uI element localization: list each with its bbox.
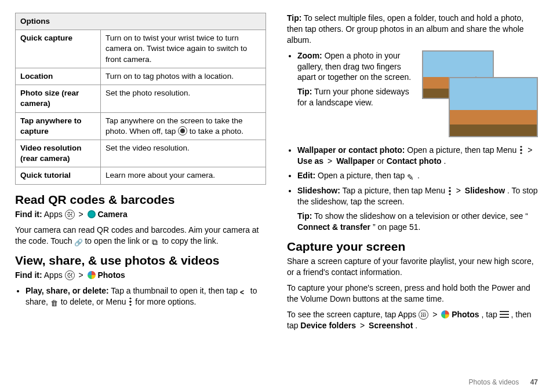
page-number: 47 bbox=[530, 378, 538, 386]
menu-path: Device folders bbox=[300, 321, 356, 330]
trash-icon bbox=[50, 298, 59, 306]
capture-p1: Share a screen capture of your favorite … bbox=[287, 256, 538, 278]
app-name: Camera bbox=[97, 210, 127, 219]
text: Tap a thumbnail to open it, then tap bbox=[111, 286, 240, 295]
table-row: Video resolution (rear camera) Set the v… bbox=[16, 140, 266, 167]
slideshow-tip: Tip: To show the slideshow on a televisi… bbox=[297, 211, 538, 233]
chevron: > bbox=[360, 321, 365, 330]
page-footer: Photos & videos 47 bbox=[469, 378, 538, 386]
option-value: Turn on to twist your wrist twice to tur… bbox=[101, 30, 266, 68]
table-row: Location Turn on to tag photos with a lo… bbox=[16, 68, 266, 85]
text: Apps bbox=[44, 210, 63, 219]
left-column: Options Quick capture Turn on to twist y… bbox=[15, 13, 266, 336]
option-value: Set the video resolution. bbox=[101, 140, 266, 167]
text: Open a picture, then tap bbox=[318, 171, 407, 180]
chevron: > bbox=[456, 186, 461, 195]
option-key: Location bbox=[16, 68, 101, 85]
cross-ref-link[interactable]: Connect & transfer bbox=[297, 222, 370, 232]
text: . bbox=[415, 321, 417, 330]
camera-app-icon bbox=[88, 210, 96, 218]
view-findit: Find it: Apps > Photos bbox=[15, 270, 266, 281]
capture-p3: To see the screen capture, tap Apps > Ph… bbox=[287, 309, 538, 331]
capture-p2: To capture your phone's screen, press an… bbox=[287, 283, 538, 305]
text: to delete, or Menu bbox=[61, 297, 129, 306]
photo-thumb-large bbox=[449, 77, 538, 137]
edit-item: Edit: Open a picture, then tap . bbox=[297, 170, 538, 181]
text: Open a picture, then tap Menu bbox=[407, 145, 519, 155]
right-column: Tip: To select multiple files, open a fo… bbox=[287, 13, 538, 336]
table-row: Quick tutorial Learn more about your cam… bbox=[16, 167, 266, 184]
more-menu-icon bbox=[129, 297, 132, 306]
option-key: Quick capture bbox=[16, 30, 101, 68]
qr-body: Your camera can read QR codes and barcod… bbox=[15, 225, 266, 247]
chevron: > bbox=[78, 210, 83, 219]
view-bullets: Play, share, or delete: Tap a thumbnail … bbox=[15, 285, 266, 307]
app-name: Photos bbox=[97, 270, 125, 280]
apps-grid-icon bbox=[65, 270, 75, 280]
chevron: > bbox=[432, 310, 437, 319]
option-value: Turn on to tag photos with a location. bbox=[101, 68, 266, 85]
text: Tap a picture, then tap Menu bbox=[343, 186, 448, 195]
menu-path: Slideshow bbox=[465, 186, 505, 195]
slideshow-item: Slideshow: Tap a picture, then tap Menu … bbox=[297, 185, 538, 233]
findit-label: Find it: bbox=[15, 210, 42, 219]
table-row: Tap anywhere to capture Tap anywhere on … bbox=[16, 112, 266, 140]
lead: Edit: bbox=[297, 171, 315, 180]
zoom-illustration bbox=[422, 50, 538, 137]
text: To see the screen capture, tap Apps bbox=[287, 310, 419, 319]
link-icon bbox=[74, 237, 82, 245]
text: to take a photo. bbox=[190, 127, 243, 135]
list-item: Play, share, or delete: Tap a thumbnail … bbox=[26, 285, 266, 307]
table-row: Photo size (rear camera) Set the photo r… bbox=[16, 85, 266, 112]
menu-path: Use as bbox=[297, 156, 323, 166]
right-bullets: Zoom: Open a photo in your gallery, then… bbox=[287, 50, 538, 233]
tip-label: Tip: bbox=[297, 211, 312, 221]
text: To select multiple files, open a folder,… bbox=[287, 13, 524, 45]
options-table: Options Quick capture Turn on to twist y… bbox=[15, 13, 266, 185]
tip-label: Tip: bbox=[297, 87, 312, 96]
text: to open the link or bbox=[85, 236, 151, 246]
text: To show the slideshow on a television or… bbox=[314, 211, 528, 221]
photos-app-icon bbox=[441, 310, 449, 318]
lead: Wallpaper or contact photo: bbox=[297, 145, 405, 155]
text: ” on page 51. bbox=[373, 222, 421, 232]
option-value: Tap anywhere on the screen to take the p… bbox=[101, 112, 266, 140]
text: for more options. bbox=[135, 297, 196, 306]
option-value: Set the photo resolution. bbox=[101, 85, 266, 112]
capture-heading: Capture your screen bbox=[287, 239, 538, 255]
text: to copy the link. bbox=[162, 236, 218, 246]
chevron: > bbox=[78, 270, 83, 280]
text: Apps bbox=[44, 270, 63, 280]
copy-icon bbox=[152, 237, 160, 245]
qr-heading: Read QR codes & barcodes bbox=[15, 192, 266, 208]
app-name: Photos bbox=[452, 310, 479, 319]
text: Turn your phone sideways for a landscape… bbox=[297, 87, 409, 107]
apps-grid-icon bbox=[65, 210, 75, 219]
text: , tap bbox=[481, 310, 499, 319]
more-menu-icon bbox=[520, 145, 522, 155]
option-key: Quick tutorial bbox=[16, 167, 101, 184]
findit-label: Find it: bbox=[15, 270, 42, 280]
apps-grid-icon bbox=[419, 310, 428, 320]
share-icon bbox=[240, 287, 248, 295]
text: . bbox=[444, 156, 446, 166]
chevron: > bbox=[527, 145, 532, 155]
option-key: Tap anywhere to capture bbox=[16, 112, 101, 140]
lead: Zoom: bbox=[297, 51, 322, 60]
option-key: Photo size (rear camera) bbox=[16, 85, 101, 112]
view-heading: View, share, & use photos & videos bbox=[15, 252, 266, 269]
option-key: Video resolution (rear camera) bbox=[16, 140, 101, 167]
photos-app-icon bbox=[88, 271, 96, 279]
wallpaper-item: Wallpaper or contact photo: Open a pictu… bbox=[297, 145, 538, 167]
lead: Play, share, or delete: bbox=[26, 286, 109, 295]
shutter-icon bbox=[178, 126, 187, 135]
tip-multiselect: Tip: To select multiple files, open a fo… bbox=[287, 13, 538, 46]
menu-path: Wallpaper bbox=[336, 156, 374, 166]
zoom-item: Zoom: Open a photo in your gallery, then… bbox=[297, 50, 538, 141]
option-value: Learn more about your camera. bbox=[101, 167, 266, 184]
chevron: > bbox=[328, 156, 332, 166]
menu-path: Screenshot bbox=[369, 321, 413, 330]
text: . bbox=[417, 171, 420, 180]
text: or bbox=[377, 156, 386, 166]
more-menu-icon bbox=[449, 186, 451, 196]
